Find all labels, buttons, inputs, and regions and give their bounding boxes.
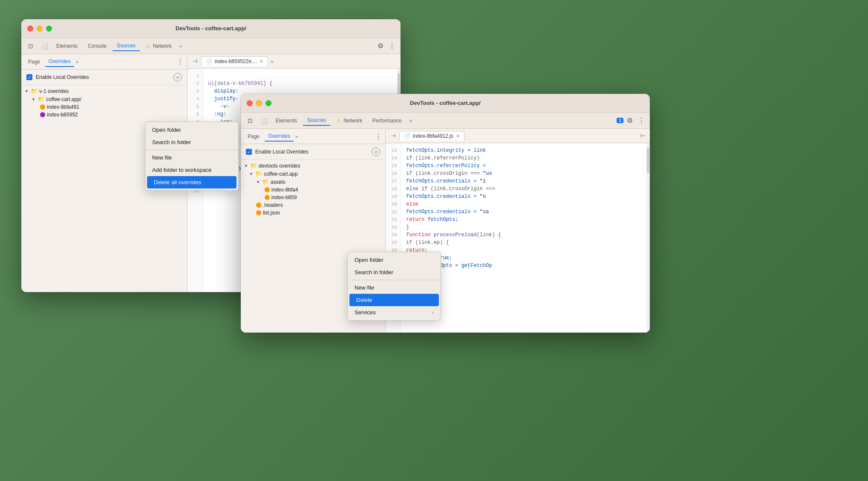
ctx-search-folder-back[interactable]: Search in folder — [145, 136, 238, 148]
ctx-open-folder-front[interactable]: Open folder — [348, 254, 441, 266]
override-row-front: Enable Local Overrides ⊘ — [241, 144, 385, 160]
tab-close-front[interactable]: ✕ — [456, 133, 460, 139]
device-icon[interactable]: ⬜ — [38, 40, 50, 52]
network-warning-icon-front: ⚠ — [336, 118, 341, 124]
tree-root-label-back: v-1 overrides — [39, 88, 69, 94]
tree-coffee-app-front[interactable]: ▼ 📁 coffee-cart.app — [241, 170, 385, 178]
sidebar-tab-page-back[interactable]: Page — [25, 57, 43, 67]
window-title-back: DevTools - coffee-cart.app/ — [176, 25, 246, 32]
window-title-front: DevTools - coffee-cart.app/ — [410, 100, 481, 106]
sidebar-tab-more-front[interactable]: » — [295, 134, 298, 139]
minimize-button-back[interactable] — [37, 26, 43, 32]
tree-list-json-front[interactable]: list.json — [241, 209, 385, 217]
tab-console-back[interactable]: Console — [84, 41, 111, 51]
tree-coffee-app-back[interactable]: ▼ 📁 coffee-cart.app/ — [21, 95, 187, 103]
file-badge-headers-front — [256, 203, 261, 208]
sidebar-tab-overrides-back[interactable]: Overrides — [45, 57, 74, 67]
close-button-back[interactable] — [27, 26, 33, 32]
settings-icon-front[interactable]: ⚙ — [625, 116, 634, 125]
traffic-lights-back — [27, 26, 52, 32]
tree-file-assets-1-front[interactable]: index-8bfa4 — [241, 186, 385, 194]
editor-tabs-more-back[interactable]: » — [269, 59, 275, 64]
titlebar-front: DevTools - coffee-cart.app/ — [241, 94, 650, 113]
more-options-icon-front[interactable]: ⋮ — [636, 116, 646, 125]
ctx-separator-front — [348, 280, 441, 280]
tab-performance-front[interactable]: Performance — [368, 116, 406, 125]
tree-root-label-front: devtools overrides — [259, 163, 300, 169]
ctx-new-file-front[interactable]: New file — [348, 281, 441, 294]
ctx-delete-all-back[interactable]: Delete all overrides — [147, 176, 236, 188]
tree-coffee-app-label-front: coffee-cart.app — [264, 171, 298, 177]
tab-sources-front[interactable]: Sources — [303, 116, 330, 126]
editor-file-tab-front[interactable]: 📄 index-8bfa4912.js ✕ — [399, 131, 464, 141]
editor-file-tab-back[interactable]: 📄 index-b859522e.... ✕ — [201, 56, 268, 66]
notification-badge-front: 1 — [617, 118, 623, 123]
sidebar-tab-page-front[interactable]: Page — [244, 132, 263, 141]
editor-panel-right-front[interactable]: ⊢ — [637, 130, 648, 142]
more-options-icon-back[interactable]: ⋮ — [387, 42, 397, 50]
device-icon-front[interactable]: ⬜ — [258, 115, 270, 127]
close-button-front[interactable] — [247, 100, 253, 106]
tree-root-back[interactable]: ▼ 📁 v-1 overrides — [21, 87, 187, 95]
tree-assets-label-front: assets — [271, 179, 285, 185]
ctx-search-folder-front[interactable]: Search in folder — [348, 266, 441, 278]
file-icon-back: 📄 — [206, 58, 212, 64]
ctx-delete-front[interactable]: Delete — [349, 294, 439, 306]
code-line-back — [208, 72, 392, 80]
file-badge-1-back — [40, 104, 45, 110]
tree-headers-file-front[interactable]: .headers — [241, 201, 385, 209]
sidebar-tab-more-back[interactable]: » — [76, 59, 78, 64]
sidebar-dots-back[interactable]: ⋮ — [177, 58, 184, 66]
tree-assets-front[interactable]: ▼ 📁 assets — [241, 178, 385, 186]
folder-icon-back: 📁 — [31, 88, 37, 94]
folder-icon-root-front: 📁 — [250, 162, 257, 169]
tab-elements-back[interactable]: Elements — [52, 41, 82, 51]
inspector-icon-front[interactable]: ⊡ — [244, 115, 256, 127]
window-front: DevTools - coffee-cart.app/ ⊡ ⬜ Elements… — [241, 94, 650, 333]
ctx-separator-back — [145, 150, 238, 150]
scrollbar-v-front[interactable] — [646, 143, 650, 333]
tab-close-back[interactable]: ✕ — [260, 59, 263, 64]
override-checkbox-back[interactable] — [26, 74, 32, 80]
ctx-open-folder-back[interactable]: Open folder — [145, 124, 238, 136]
tree-file-1-back[interactable]: index-8bfa491 — [21, 103, 187, 111]
window-body-front: Page Overrides » ⋮ Enable Local Override… — [241, 129, 650, 333]
tab-more-back[interactable]: » — [178, 43, 184, 49]
file-badge-list-front — [256, 210, 261, 215]
sidebar-tab-overrides-front[interactable]: Overrides — [265, 131, 294, 142]
tab-bar-front: ⊡ ⬜ Elements Sources ⚠ Network Performan… — [241, 113, 650, 129]
tab-sources-back[interactable]: Sources — [112, 41, 140, 51]
override-row-back: Enable Local Overrides ⊘ — [21, 70, 187, 85]
ctx-new-file-back[interactable]: New file — [145, 151, 238, 164]
tree-file-assets-2-label-front: index-b859 — [271, 194, 297, 200]
override-clear-back[interactable]: ⊘ — [173, 73, 182, 81]
maximize-button-back[interactable] — [46, 26, 52, 32]
chevron-right-icon-front: › — [432, 310, 434, 315]
minimize-button-front[interactable] — [256, 100, 262, 106]
tree-file-assets-2-front[interactable]: index-b859 — [241, 194, 385, 201]
tab-more-front[interactable]: » — [408, 117, 414, 124]
sidebar-tabs-front: Page Overrides » ⋮ — [241, 129, 385, 144]
override-clear-front[interactable]: ⊘ — [372, 148, 380, 156]
tree-file-1-label-back: index-8bfa491 — [47, 104, 79, 110]
folder-orange-icon-back: 📁 — [37, 96, 44, 102]
tab-network-front[interactable]: ⚠ Network — [332, 116, 366, 125]
inspector-icon[interactable]: ⊡ — [25, 40, 37, 52]
tree-root-front[interactable]: ▼ 📁 devtools overrides — [241, 162, 385, 170]
editor-panel-toggle-back[interactable]: ⊣ — [189, 56, 200, 67]
ctx-services-front[interactable]: Services › — [348, 306, 441, 319]
settings-icon-back[interactable]: ⚙ — [376, 42, 385, 50]
sidebar-dots-front[interactable]: ⋮ — [375, 132, 382, 140]
file-badge-assets-2-front — [265, 195, 270, 200]
tree-file-2-back[interactable]: index-b85952 — [21, 111, 187, 119]
tab-network-back[interactable]: ⚠ Network — [141, 41, 176, 51]
override-checkbox-front[interactable] — [246, 149, 252, 155]
tree-file-assets-1-label-front: index-8bfa4 — [271, 187, 298, 193]
ctx-add-folder-back[interactable]: Add folder to workspace — [145, 164, 238, 176]
file-badge-assets-1-front — [265, 187, 270, 192]
maximize-button-front[interactable] — [265, 100, 271, 106]
editor-panel-toggle-front[interactable]: ⊣ — [387, 130, 398, 142]
file-icon-front: 📄 — [404, 133, 410, 139]
override-label-front: Enable Local Overrides — [255, 149, 368, 155]
tab-elements-front[interactable]: Elements — [271, 116, 301, 125]
